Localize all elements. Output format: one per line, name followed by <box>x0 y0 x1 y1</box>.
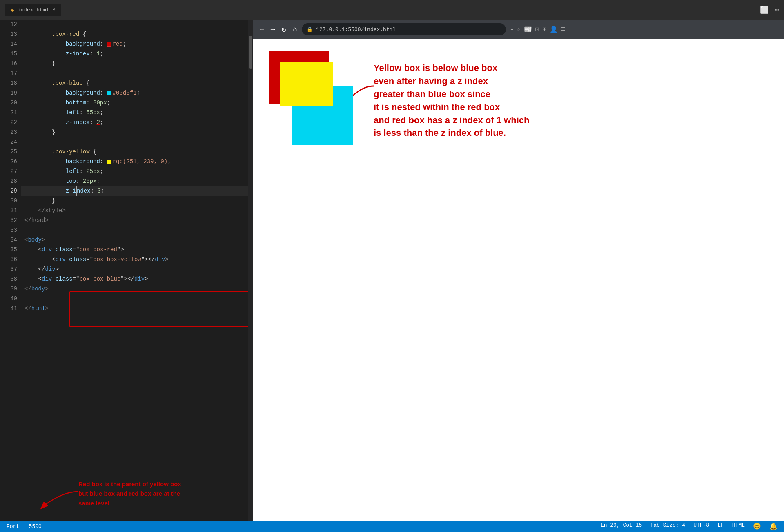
status-lang: HTML <box>732 522 745 530</box>
browser-home-button[interactable]: ⌂ <box>291 24 298 35</box>
code-line-19: background: #00d5f1; <box>21 88 248 98</box>
active-tab[interactable]: ◈ index.html × <box>5 4 61 16</box>
tab-close-icon[interactable]: × <box>52 7 55 13</box>
line-num-26: 26 <box>0 157 17 166</box>
line-num-36: 36 <box>0 255 17 264</box>
line-num-15: 15 <box>0 49 17 59</box>
status-port: Port : 5500 <box>7 523 42 530</box>
line-num-41: 41 <box>0 304 17 313</box>
line-num-19: 19 <box>0 88 17 98</box>
code-content: 12 13 14 15 16 17 18 19 20 21 22 23 24 2… <box>0 20 253 521</box>
browser-sidebar-icon[interactable]: ⊡ <box>535 25 539 33</box>
line-num-30: 30 <box>0 196 17 206</box>
code-line-21: left: 55px; <box>21 108 248 117</box>
editor-toolbar-actions: ⬜ ⋯ <box>760 5 779 14</box>
line-num-13: 13 <box>0 29 17 39</box>
status-line-ending: LF <box>717 522 724 530</box>
line-num-20: 20 <box>0 98 17 108</box>
browser-bookmark-icon[interactable]: ☆ <box>517 25 521 33</box>
browser-panel: ← → ↻ ⌂ 🔒 127.0.0.1:5500/index.html ⋯ ☆ … <box>253 20 784 521</box>
red-parent-arrow-svg <box>38 488 82 512</box>
browser-reader-icon[interactable]: 📰 <box>524 25 532 33</box>
code-line-35: <div class="box box-red"> <box>21 245 248 255</box>
line-num-29: 29 <box>0 186 17 196</box>
color-swatch-blue <box>107 91 111 95</box>
line-num-38: 38 <box>0 274 17 284</box>
browser-more-icon[interactable]: ≡ <box>561 25 566 33</box>
lock-icon: 🔒 <box>307 27 313 33</box>
status-tab-size: Tab Size: 4 <box>650 522 685 530</box>
line-num-16: 16 <box>0 59 17 69</box>
tab-bar: ◈ index.html × ⬜ ⋯ <box>0 0 784 20</box>
code-line-15: z-index: 1; <box>21 49 248 59</box>
code-line-28: top: 25px; <box>21 176 248 186</box>
code-line-13: .box-red { <box>21 29 248 39</box>
code-line-33 <box>21 225 248 235</box>
code-line-34: <body> <box>21 235 248 245</box>
code-line-31: </style> <box>21 206 248 215</box>
browser-refresh-button[interactable]: ↻ <box>280 23 288 35</box>
browser-toolbar-extra: ⋯ ☆ 📰 ⊡ ⊞ 👤 ≡ <box>509 25 565 33</box>
code-line-25: .box-yellow { <box>21 147 248 157</box>
browser-content: Yellow box is below blue box even after … <box>253 39 784 521</box>
css-demo-area <box>270 51 359 145</box>
line-num-35: 35 <box>0 245 17 255</box>
code-line-12 <box>21 20 248 29</box>
editor-scrollbar[interactable] <box>248 20 253 521</box>
code-line-39: </body> <box>21 284 248 294</box>
address-bar[interactable]: 🔒 127.0.0.1:5500/index.html <box>302 23 506 35</box>
browser-menu-icon[interactable]: ⋯ <box>509 25 513 33</box>
code-line-41: </html> <box>21 304 248 313</box>
editor-scrollbar-thumb[interactable] <box>249 36 252 69</box>
code-line-38: <div class="box box-blue"></div> <box>21 274 248 284</box>
code-line-20: bottom: 80px; <box>21 98 248 108</box>
browser-forward-button[interactable]: → <box>269 24 277 35</box>
browser-split-icon[interactable]: ⊞ <box>542 25 546 33</box>
code-selector-box-red: .box-red <box>24 29 79 39</box>
file-icon: ◈ <box>11 7 14 13</box>
line-num-12: 12 <box>0 20 17 29</box>
line-num-25: 25 <box>0 147 17 157</box>
code-line-36: <div class="box box-yellow"></div> <box>21 255 248 264</box>
line-num-23: 23 <box>0 127 17 137</box>
code-line-18: .box-blue { <box>21 78 248 88</box>
browser-profile-icon[interactable]: 👤 <box>550 25 558 33</box>
yellow-box-demo <box>280 62 333 106</box>
status-emoji[interactable]: 😊 <box>753 522 761 530</box>
code-line-37: </div> <box>21 264 248 274</box>
main-layout: 12 13 14 15 16 17 18 19 20 21 22 23 24 2… <box>0 20 784 521</box>
line-num-17: 17 <box>0 69 17 78</box>
yellow-annotation-container: Yellow box is below blue box even after … <box>374 62 529 140</box>
more-actions-icon[interactable]: ⋯ <box>775 5 779 14</box>
line-num-24: 24 <box>0 137 17 147</box>
line-numbers: 12 13 14 15 16 17 18 19 20 21 22 23 24 2… <box>0 20 21 521</box>
code-line-27: left: 25px; <box>21 166 248 176</box>
code-line-16: } <box>21 59 248 69</box>
status-bell[interactable]: 🔔 <box>769 522 777 530</box>
code-line-29: z-index: 3; <box>21 186 248 196</box>
status-ln-col: Ln 29, Col 15 <box>601 522 642 530</box>
line-num-22: 22 <box>0 117 17 127</box>
code-line-26: background: rgb(251, 239, 0); <box>21 157 248 166</box>
line-num-40: 40 <box>0 294 17 304</box>
code-lines-area[interactable]: .box-red { background: red; z-index: 1; … <box>21 20 248 521</box>
browser-back-button[interactable]: ← <box>258 24 266 35</box>
browser-toolbar: ← → ↻ ⌂ 🔒 127.0.0.1:5500/index.html ⋯ ☆ … <box>253 20 784 39</box>
line-num-32: 32 <box>0 215 17 225</box>
yellow-annotation-text: Yellow box is below blue box even after … <box>374 62 529 140</box>
line-num-18: 18 <box>0 78 17 88</box>
status-bar: Port : 5500 Ln 29, Col 15 Tab Size: 4 UT… <box>0 521 784 532</box>
code-line-14: background: red; <box>21 39 248 49</box>
code-editor-panel: 12 13 14 15 16 17 18 19 20 21 22 23 24 2… <box>0 20 253 521</box>
tab-filename: index.html <box>17 7 49 13</box>
line-num-31: 31 <box>0 206 17 215</box>
line-num-39: 39 <box>0 284 17 294</box>
code-line-40 <box>21 294 248 304</box>
code-line-22: z-index: 2; <box>21 117 248 127</box>
url-text[interactable]: 127.0.0.1:5500/index.html <box>316 27 396 33</box>
line-num-21: 21 <box>0 108 17 117</box>
code-line-17 <box>21 69 248 78</box>
color-swatch-red <box>107 42 111 47</box>
split-editor-icon[interactable]: ⬜ <box>760 5 769 14</box>
code-line-30: } <box>21 196 248 206</box>
